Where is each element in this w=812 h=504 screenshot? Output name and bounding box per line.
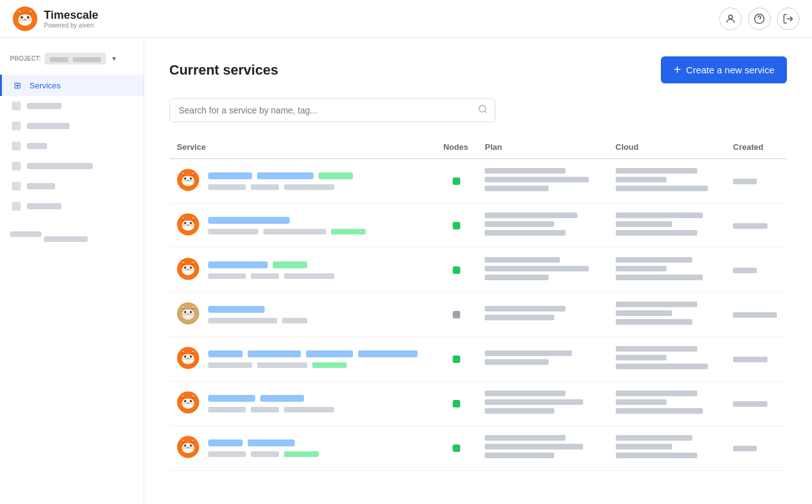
svg-point-95 [190,355,192,358]
service-meta-block [284,184,334,190]
logout-button[interactable] [777,8,799,30]
cloud-bar [616,435,693,441]
project-chevron-icon: ▼ [111,55,117,62]
sidebar-item-5[interactable] [0,156,144,176]
service-name-block [208,350,243,357]
service-name-block [248,350,301,357]
service-name-block [208,261,268,268]
service-name-block [208,172,252,179]
created-cell-1 [725,204,787,248]
service-cell-6 [169,426,436,471]
nav-actions [719,8,799,30]
service-logo-4 [177,347,199,372]
created-bar [733,312,777,318]
main-content: Current services + Create a new service … [144,38,812,504]
main-header: Current services + Create a new service [169,56,787,83]
col-nodes: Nodes [436,137,477,159]
cloud-bar [616,399,667,405]
created-bar [733,223,767,229]
cloud-bar [616,177,667,182]
create-button-label: Create a new service [686,65,774,75]
service-meta-block [284,407,334,412]
cloud-bar [616,319,693,325]
service-meta-block [208,451,246,457]
svg-point-79 [186,312,186,312]
created-bar [733,446,757,451]
sidebar-group-sub [44,236,88,242]
sidebar-item-2[interactable] [0,96,144,116]
nodes-cell-0 [436,159,477,204]
sidebar-item-4[interactable] [0,136,144,156]
timescale-logo-icon [13,6,38,31]
plan-bar [485,168,566,174]
service-logo-0 [177,169,199,194]
svg-point-17 [729,15,732,19]
sidebar-item-4-label [27,143,47,149]
plan-bar [485,391,566,396]
created-bar [733,268,757,273]
service-cell-3 [169,293,436,337]
node-indicator [453,355,460,363]
nodes-cell-6 [436,426,477,471]
plan-cell-6 [477,426,608,471]
svg-point-28 [186,178,186,179]
plan-bar [485,315,554,320]
plan-cell-5 [477,382,608,426]
create-service-button[interactable]: + Create a new service [661,56,787,83]
cloud-bar [616,266,667,271]
col-plan: Plan [477,137,608,159]
powered-by: Powered by aiven [44,22,98,29]
table-row[interactable] [169,204,787,248]
plan-bar [485,275,548,280]
cloud-bar [616,302,698,307]
cloud-bar [616,230,698,236]
search-input[interactable] [169,98,495,122]
table-header: Service Nodes Plan Cloud Created [169,137,787,159]
sidebar-item-5-label [27,163,93,169]
sidebar-item-7[interactable] [0,196,144,216]
service-meta-block [208,407,246,412]
sidebar-item-services[interactable]: ⊞ Services [0,75,144,96]
cloud-cell-2 [608,248,725,293]
plan-bar [485,266,589,271]
main-layout: PROJECT: ▼ ⊞ Services [0,38,812,504]
service-logo-3 [177,302,199,327]
cloud-cell-6 [608,426,725,471]
cloud-cell-5 [608,382,725,426]
table-row[interactable] [169,426,787,471]
node-indicator [453,444,460,452]
svg-point-63 [191,267,192,268]
node-indicator [453,222,460,229]
created-cell-6 [725,426,787,471]
table-row[interactable] [169,382,787,426]
table-row[interactable] [169,293,787,337]
nodes-cell-1 [436,204,477,248]
project-selector[interactable]: PROJECT: ▼ [0,48,144,75]
cloud-bar [616,391,698,396]
table-row[interactable] [169,248,787,293]
table-row[interactable] [169,337,787,382]
help-button[interactable] [748,8,771,30]
nodes-cell-2 [436,248,477,293]
col-service: Service [169,137,436,159]
service-logo-5 [177,391,199,416]
svg-point-62 [186,267,186,268]
plan-bar [485,177,589,182]
service-logo-1 [177,213,199,238]
user-icon [725,13,736,24]
sidebar-item-6[interactable] [0,176,144,196]
service-logo-2 [177,258,199,283]
plan-bar [485,230,566,236]
sidebar-item-3[interactable] [0,116,144,136]
service-name-block [208,395,255,402]
user-button[interactable] [719,8,742,30]
created-cell-2 [725,248,787,293]
cloud-bar [616,346,698,352]
plan-bar [485,213,577,218]
svg-point-60 [184,266,187,269]
project-label: PROJECT: [10,55,41,62]
service-logo-6 [177,436,199,461]
svg-point-7 [28,16,29,17]
table-row[interactable] [169,159,787,204]
plan-cell-1 [477,204,608,248]
